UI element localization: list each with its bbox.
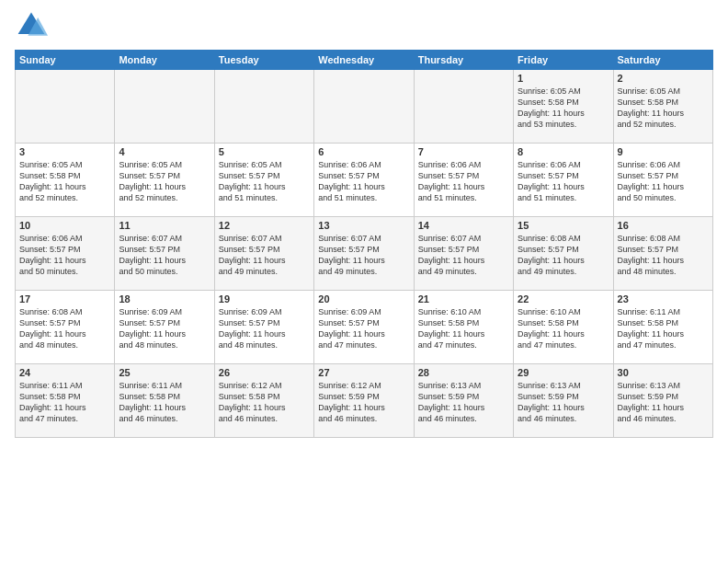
day-number: 26: [219, 367, 310, 378]
calendar-cell: 13Sunrise: 6:07 AM Sunset: 5:57 PM Dayli…: [314, 217, 414, 291]
calendar-cell: 14Sunrise: 6:07 AM Sunset: 5:57 PM Dayli…: [414, 217, 513, 291]
day-number: 25: [119, 367, 210, 378]
day-number: 23: [618, 293, 709, 304]
day-number: 29: [518, 367, 609, 378]
day-info: Sunrise: 6:11 AM Sunset: 5:58 PM Dayligh…: [119, 380, 210, 425]
day-info: Sunrise: 6:09 AM Sunset: 5:57 PM Dayligh…: [318, 306, 409, 351]
day-info: Sunrise: 6:05 AM Sunset: 5:58 PM Dayligh…: [618, 86, 709, 131]
calendar-cell: 20Sunrise: 6:09 AM Sunset: 5:57 PM Dayli…: [314, 291, 414, 364]
calendar-cell: [16, 70, 115, 144]
calendar-cell: 17Sunrise: 6:08 AM Sunset: 5:57 PM Dayli…: [16, 291, 115, 364]
calendar-cell: 28Sunrise: 6:13 AM Sunset: 5:59 PM Dayli…: [414, 364, 513, 438]
day-number: 10: [19, 220, 110, 231]
calendar-cell: [214, 70, 313, 144]
day-number: 15: [518, 220, 609, 231]
day-number: 3: [19, 146, 110, 157]
calendar-cell: 18Sunrise: 6:09 AM Sunset: 5:57 PM Dayli…: [115, 291, 214, 364]
calendar-cell: 16Sunrise: 6:08 AM Sunset: 5:57 PM Dayli…: [613, 217, 712, 291]
day-info: Sunrise: 6:13 AM Sunset: 5:59 PM Dayligh…: [618, 380, 709, 425]
day-number: 16: [618, 220, 709, 231]
day-info: Sunrise: 6:13 AM Sunset: 5:59 PM Dayligh…: [518, 380, 609, 425]
weekday-header-thursday: Thursday: [414, 51, 513, 70]
day-info: Sunrise: 6:12 AM Sunset: 5:58 PM Dayligh…: [219, 380, 310, 425]
day-number: 12: [219, 220, 310, 231]
day-info: Sunrise: 6:08 AM Sunset: 5:57 PM Dayligh…: [518, 233, 609, 278]
calendar-week-3: 10Sunrise: 6:06 AM Sunset: 5:57 PM Dayli…: [16, 217, 713, 291]
weekday-header-friday: Friday: [514, 51, 613, 70]
calendar-cell: 30Sunrise: 6:13 AM Sunset: 5:59 PM Dayli…: [613, 364, 712, 438]
day-number: 5: [219, 146, 310, 157]
calendar-cell: 1Sunrise: 6:05 AM Sunset: 5:58 PM Daylig…: [514, 70, 613, 144]
calendar-cell: 27Sunrise: 6:12 AM Sunset: 5:59 PM Dayli…: [314, 364, 414, 438]
calendar-cell: [314, 70, 414, 144]
calendar-week-2: 3Sunrise: 6:05 AM Sunset: 5:58 PM Daylig…: [16, 144, 713, 217]
calendar-cell: [414, 70, 513, 144]
logo-icon: [15, 9, 48, 42]
day-info: Sunrise: 6:05 AM Sunset: 5:57 PM Dayligh…: [119, 159, 210, 204]
calendar-cell: 15Sunrise: 6:08 AM Sunset: 5:57 PM Dayli…: [514, 217, 613, 291]
weekday-header-wednesday: Wednesday: [314, 51, 414, 70]
calendar-cell: 24Sunrise: 6:11 AM Sunset: 5:58 PM Dayli…: [16, 364, 115, 438]
day-info: Sunrise: 6:06 AM Sunset: 5:57 PM Dayligh…: [318, 159, 409, 204]
day-number: 21: [418, 293, 509, 304]
calendar-cell: 4Sunrise: 6:05 AM Sunset: 5:57 PM Daylig…: [115, 144, 214, 217]
calendar-table: SundayMondayTuesdayWednesdayThursdayFrid…: [15, 50, 713, 438]
day-number: 17: [19, 293, 110, 304]
calendar-cell: 22Sunrise: 6:10 AM Sunset: 5:58 PM Dayli…: [514, 291, 613, 364]
day-number: 20: [318, 293, 409, 304]
logo: [15, 9, 51, 42]
day-number: 8: [518, 146, 609, 157]
day-info: Sunrise: 6:09 AM Sunset: 5:57 PM Dayligh…: [119, 306, 210, 351]
calendar-cell: 25Sunrise: 6:11 AM Sunset: 5:58 PM Dayli…: [115, 364, 214, 438]
calendar-week-4: 17Sunrise: 6:08 AM Sunset: 5:57 PM Dayli…: [16, 291, 713, 364]
day-number: 2: [618, 73, 709, 84]
calendar-cell: 21Sunrise: 6:10 AM Sunset: 5:58 PM Dayli…: [414, 291, 513, 364]
calendar-cell: 11Sunrise: 6:07 AM Sunset: 5:57 PM Dayli…: [115, 217, 214, 291]
day-number: 22: [518, 293, 609, 304]
day-info: Sunrise: 6:10 AM Sunset: 5:58 PM Dayligh…: [518, 306, 609, 351]
calendar-header-row: SundayMondayTuesdayWednesdayThursdayFrid…: [16, 51, 713, 70]
calendar-cell: 9Sunrise: 6:06 AM Sunset: 5:57 PM Daylig…: [613, 144, 712, 217]
calendar-cell: 3Sunrise: 6:05 AM Sunset: 5:58 PM Daylig…: [16, 144, 115, 217]
day-info: Sunrise: 6:07 AM Sunset: 5:57 PM Dayligh…: [119, 233, 210, 278]
weekday-header-tuesday: Tuesday: [214, 51, 313, 70]
day-info: Sunrise: 6:10 AM Sunset: 5:58 PM Dayligh…: [418, 306, 509, 351]
calendar-cell: 7Sunrise: 6:06 AM Sunset: 5:57 PM Daylig…: [414, 144, 513, 217]
calendar-cell: 2Sunrise: 6:05 AM Sunset: 5:58 PM Daylig…: [613, 70, 712, 144]
calendar-week-5: 24Sunrise: 6:11 AM Sunset: 5:58 PM Dayli…: [16, 364, 713, 438]
day-number: 28: [418, 367, 509, 378]
day-info: Sunrise: 6:07 AM Sunset: 5:57 PM Dayligh…: [219, 233, 310, 278]
page-container: SundayMondayTuesdayWednesdayThursdayFrid…: [0, 0, 728, 445]
calendar-week-1: 1Sunrise: 6:05 AM Sunset: 5:58 PM Daylig…: [16, 70, 713, 144]
day-info: Sunrise: 6:08 AM Sunset: 5:57 PM Dayligh…: [618, 233, 709, 278]
day-number: 4: [119, 146, 210, 157]
calendar-cell: 12Sunrise: 6:07 AM Sunset: 5:57 PM Dayli…: [214, 217, 313, 291]
weekday-header-monday: Monday: [115, 51, 214, 70]
day-info: Sunrise: 6:11 AM Sunset: 5:58 PM Dayligh…: [618, 306, 709, 351]
calendar-cell: 10Sunrise: 6:06 AM Sunset: 5:57 PM Dayli…: [16, 217, 115, 291]
day-number: 13: [318, 220, 409, 231]
day-info: Sunrise: 6:05 AM Sunset: 5:58 PM Dayligh…: [19, 159, 110, 204]
day-number: 9: [618, 146, 709, 157]
day-number: 1: [518, 73, 609, 84]
day-number: 19: [219, 293, 310, 304]
calendar-cell: 29Sunrise: 6:13 AM Sunset: 5:59 PM Dayli…: [514, 364, 613, 438]
page-header: [15, 9, 713, 42]
day-info: Sunrise: 6:06 AM Sunset: 5:57 PM Dayligh…: [618, 159, 709, 204]
day-info: Sunrise: 6:08 AM Sunset: 5:57 PM Dayligh…: [19, 306, 110, 351]
day-number: 11: [119, 220, 210, 231]
day-number: 18: [119, 293, 210, 304]
day-info: Sunrise: 6:06 AM Sunset: 5:57 PM Dayligh…: [518, 159, 609, 204]
day-number: 24: [19, 367, 110, 378]
calendar-cell: 6Sunrise: 6:06 AM Sunset: 5:57 PM Daylig…: [314, 144, 414, 217]
day-info: Sunrise: 6:12 AM Sunset: 5:59 PM Dayligh…: [318, 380, 409, 425]
day-number: 27: [318, 367, 409, 378]
day-number: 14: [418, 220, 509, 231]
weekday-header-sunday: Sunday: [16, 51, 115, 70]
calendar-cell: 5Sunrise: 6:05 AM Sunset: 5:57 PM Daylig…: [214, 144, 313, 217]
day-info: Sunrise: 6:07 AM Sunset: 5:57 PM Dayligh…: [318, 233, 409, 278]
day-number: 7: [418, 146, 509, 157]
day-info: Sunrise: 6:06 AM Sunset: 5:57 PM Dayligh…: [418, 159, 509, 204]
day-info: Sunrise: 6:07 AM Sunset: 5:57 PM Dayligh…: [418, 233, 509, 278]
calendar-cell: 19Sunrise: 6:09 AM Sunset: 5:57 PM Dayli…: [214, 291, 313, 364]
